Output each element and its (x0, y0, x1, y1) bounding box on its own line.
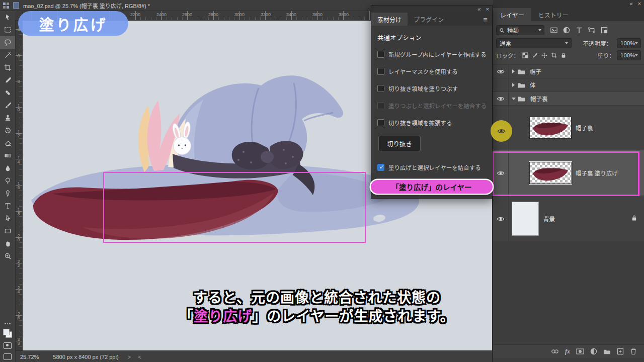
tool-type[interactable] (0, 200, 15, 212)
tool-hand[interactable] (0, 237, 15, 250)
lock-all-icon[interactable] (560, 52, 567, 58)
option-fill-clip-area[interactable]: 切り抜き領域を塗りつぶす (377, 84, 487, 93)
layers-dock: レイヤー ヒストリー 種類 通常 (493, 0, 644, 362)
opacity-input[interactable]: 100% (617, 38, 641, 48)
folder-icon (517, 82, 525, 88)
layer-row-background[interactable]: 背景 (493, 196, 644, 241)
layer-row-hat-back[interactable]: 帽子裏 (493, 105, 644, 150)
tool-magic-wand[interactable] (0, 49, 15, 61)
tool-pen[interactable] (0, 187, 15, 200)
option-create-group[interactable]: 新規グループ内にレイヤーを作成する (377, 50, 487, 58)
tab-layers[interactable]: レイヤー (493, 8, 531, 21)
status-prev-icon[interactable] (138, 354, 141, 360)
filter-shape-icon[interactable] (588, 27, 595, 34)
plugin-panel-tabs: 素材分け プラグイン (371, 13, 492, 26)
tool-brush[interactable] (0, 99, 15, 112)
tool-eraser[interactable] (0, 137, 15, 149)
filter-image-icon[interactable] (550, 27, 557, 34)
checkbox[interactable] (377, 68, 384, 75)
tool-marquee[interactable] (0, 24, 15, 36)
link-layers-icon[interactable] (551, 348, 559, 355)
toolbar-more-icon[interactable] (5, 323, 11, 325)
layers-panel-footer: fx (493, 344, 644, 358)
visibility-toggle[interactable] (493, 65, 509, 78)
tool-shape[interactable] (0, 225, 15, 237)
fill-label: 塗り： (598, 51, 615, 59)
tool-eyedropper[interactable] (0, 74, 15, 86)
collapse-dock-icon[interactable] (629, 0, 632, 7)
visibility-toggle[interactable] (493, 92, 509, 105)
zoom-level[interactable]: 25.72% (20, 354, 39, 360)
plugin-panel-header (371, 6, 492, 13)
option-merge-spread[interactable]: 塗り広げと選択レイヤーを結合する (377, 163, 487, 171)
tool-blur[interactable] (0, 162, 15, 174)
ruler-label: 3200 (261, 12, 271, 17)
new-layer-icon[interactable] (617, 348, 624, 355)
lock-pixels-icon[interactable] (532, 52, 538, 58)
lock-position-icon[interactable] (541, 52, 547, 58)
collapse-panel-icon[interactable] (477, 6, 480, 13)
status-next-icon[interactable] (128, 354, 131, 360)
layer-row-body-group[interactable]: 体 (493, 78, 644, 92)
lock-transparency-icon[interactable] (522, 52, 528, 58)
delete-layer-icon[interactable] (630, 348, 637, 355)
filter-smart-object-icon[interactable] (601, 27, 608, 34)
option-expand-clip-area[interactable]: 切り抜き領域を拡張する (377, 119, 487, 127)
layer-filter-select[interactable]: 種類 (496, 25, 544, 35)
lock-artboard-icon[interactable] (551, 52, 557, 58)
tab-plugin[interactable]: プラグイン (408, 13, 450, 26)
layer-row-hat-group[interactable]: 帽子 (493, 64, 644, 78)
tab-material-split[interactable]: 素材分け (371, 13, 408, 26)
add-mask-icon[interactable] (576, 348, 584, 355)
checkbox-checked[interactable] (377, 164, 384, 171)
layer-thumbnail[interactable] (512, 202, 539, 236)
visibility-toggle-hidden[interactable] (493, 78, 509, 92)
adjustment-layer-icon[interactable] (590, 348, 597, 355)
tool-clone-stamp[interactable] (0, 112, 15, 124)
document-icon (13, 2, 19, 9)
layer-thumbnail-selected[interactable] (530, 162, 571, 184)
chevron-right-icon[interactable] (512, 69, 515, 73)
filter-type-icon[interactable] (576, 27, 583, 34)
checkbox[interactable] (377, 85, 384, 92)
workspace-grid-icon[interactable] (3, 3, 9, 9)
dock-tabs: レイヤー ヒストリー (493, 8, 644, 21)
clip-button[interactable]: 切り抜き (378, 136, 421, 151)
tool-crop[interactable] (0, 61, 15, 74)
new-group-icon[interactable] (603, 348, 611, 355)
layer-name: 帽子 (530, 67, 541, 75)
panel-menu-icon[interactable] (483, 13, 492, 26)
tool-spot-heal[interactable] (0, 86, 15, 99)
tab-history[interactable]: ヒストリー (531, 8, 576, 21)
layer-thumbnail[interactable] (530, 117, 571, 138)
close-panel-icon[interactable] (486, 6, 489, 13)
checkbox[interactable] (377, 119, 384, 126)
foreground-color[interactable] (3, 329, 10, 335)
checkbox[interactable] (377, 51, 384, 58)
visibility-toggle[interactable] (493, 196, 509, 241)
layer-row-hat-back-group[interactable]: 帽子裏 (493, 92, 644, 105)
tool-zoom[interactable] (0, 250, 15, 262)
chevron-down-icon (538, 29, 541, 31)
screen-mode-icon[interactable] (4, 353, 12, 360)
tool-move[interactable] (0, 11, 15, 24)
layer-callout: 「塗り広げ」のレイヤー (371, 180, 493, 194)
option-layer-mask[interactable]: レイヤーマスクを使用する (377, 67, 487, 75)
tool-gradient[interactable] (0, 149, 15, 162)
tool-dodge[interactable] (0, 174, 15, 187)
tool-history-brush[interactable] (0, 124, 15, 137)
layer-row-hat-back-spread[interactable]: 帽子裏 塗り広げ (493, 150, 644, 196)
blend-mode-select[interactable]: 通常 (496, 38, 572, 48)
chevron-right-icon[interactable] (512, 83, 515, 87)
tool-lasso[interactable] (0, 36, 15, 49)
color-swatches[interactable] (3, 329, 12, 338)
layer-style-icon[interactable]: fx (565, 348, 570, 355)
option-merge-fill: 塗りつぶしと選択レイヤーを結合する (377, 102, 487, 110)
visibility-toggle[interactable] (493, 150, 509, 196)
chevron-down-icon[interactable] (512, 98, 516, 100)
quick-mask-icon[interactable] (4, 342, 12, 349)
filter-adjustment-icon[interactable] (563, 27, 570, 34)
fill-input[interactable]: 100% (617, 50, 641, 60)
close-dock-icon[interactable] (638, 0, 641, 7)
tool-path-select[interactable] (0, 212, 15, 225)
